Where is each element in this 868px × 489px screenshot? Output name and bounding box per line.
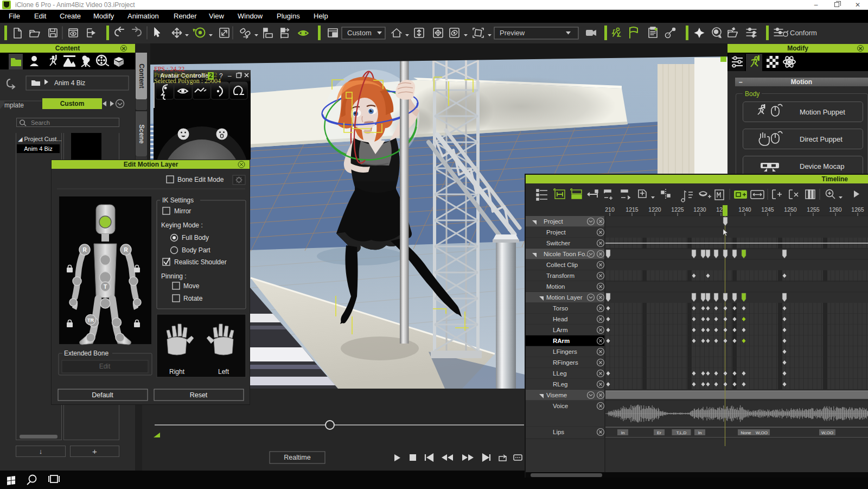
svg-text:Extended Bone: Extended Bone xyxy=(64,350,108,357)
svg-text:In: In xyxy=(698,430,702,435)
svg-text:Project: Project xyxy=(546,229,566,236)
svg-text:1250: 1250 xyxy=(784,206,797,213)
svg-text:1265: 1265 xyxy=(851,206,864,213)
svg-text:None: None xyxy=(741,430,751,435)
svg-text:1245: 1245 xyxy=(761,206,774,213)
svg-text:Timeline: Timeline xyxy=(822,175,848,183)
svg-text:W,OO: W,OO xyxy=(756,430,768,435)
svg-text:Head: Head xyxy=(553,316,568,322)
svg-text:T,L,D: T,L,D xyxy=(676,430,687,435)
svg-text:Switcher: Switcher xyxy=(546,240,570,246)
svg-text:Realtime: Realtime xyxy=(284,454,310,461)
svg-text:Body Part: Body Part xyxy=(182,246,210,254)
svg-text:TR: TR xyxy=(87,317,94,323)
svg-text:Collect Clip: Collect Clip xyxy=(546,262,578,268)
svg-text:RArm: RArm xyxy=(553,338,570,344)
svg-text:Reset: Reset xyxy=(190,391,208,399)
svg-text:Bone Edit Mode: Bone Edit Mode xyxy=(177,176,224,183)
svg-text:1220: 1220 xyxy=(648,206,661,213)
svg-text:Default: Default xyxy=(92,391,113,399)
svg-text:Realistic Shoulder: Realistic Shoulder xyxy=(174,258,227,266)
svg-text:Mirror: Mirror xyxy=(174,207,191,215)
svg-text:LArm: LArm xyxy=(553,327,567,333)
svg-text:Er: Er xyxy=(657,430,661,435)
svg-text:Edit Motion Layer: Edit Motion Layer xyxy=(124,161,178,168)
svg-text:1255: 1255 xyxy=(807,206,820,213)
svg-text:–: – xyxy=(228,72,232,80)
svg-text:Conform: Conform xyxy=(790,29,817,37)
svg-text:Rotate: Rotate xyxy=(183,295,203,302)
svg-text:LLeg: LLeg xyxy=(553,370,567,377)
svg-text:LFingers: LFingers xyxy=(553,348,577,355)
svg-text:Motion Layer: Motion Layer xyxy=(546,294,583,301)
svg-text:RFingers: RFingers xyxy=(553,359,578,366)
svg-text:210: 210 xyxy=(605,206,615,213)
svg-text:Transform: Transform xyxy=(546,272,575,279)
svg-text:Custom: Custom xyxy=(347,29,372,37)
svg-text:T: T xyxy=(104,284,107,290)
svg-text:Viseme: Viseme xyxy=(546,392,567,398)
svg-text:Lips: Lips xyxy=(553,429,564,435)
svg-text:Motion: Motion xyxy=(546,283,565,290)
svg-text:Anim 4 Biz: Anim 4 Biz xyxy=(54,79,85,87)
svg-text:Keying Mode :: Keying Mode : xyxy=(161,221,203,229)
svg-text:1260: 1260 xyxy=(829,206,842,213)
svg-text:R: R xyxy=(124,247,128,253)
svg-text:Edit: Edit xyxy=(99,363,111,370)
svg-text:1240: 1240 xyxy=(738,206,751,213)
svg-text:Preview: Preview xyxy=(500,29,525,37)
svg-text:IK Settings: IK Settings xyxy=(162,196,194,204)
svg-text:Full Body: Full Body xyxy=(182,234,209,242)
svg-text:Pinning :: Pinning : xyxy=(161,272,187,280)
svg-text:Left: Left xyxy=(218,368,229,376)
svg-text:Project: Project xyxy=(544,218,564,225)
svg-text:mplate: mplate xyxy=(4,101,24,109)
svg-text:Search: Search xyxy=(31,119,50,126)
svg-text:Nicole Toon Fo...: Nicole Toon Fo... xyxy=(544,251,590,257)
svg-text:W,OO: W,OO xyxy=(821,430,833,435)
svg-text:Torso: Torso xyxy=(553,305,568,312)
svg-text:R: R xyxy=(82,247,87,253)
svg-text:Custom: Custom xyxy=(60,100,85,107)
svg-text:1215: 1215 xyxy=(626,206,639,213)
svg-text:Voice: Voice xyxy=(553,403,568,409)
svg-text:RLeg: RLeg xyxy=(553,381,568,388)
svg-text:1225: 1225 xyxy=(671,206,684,213)
svg-text:1230: 1230 xyxy=(693,206,706,213)
svg-text:Move: Move xyxy=(183,282,200,290)
svg-text:In: In xyxy=(621,430,625,435)
svg-text:Right: Right xyxy=(169,368,185,376)
